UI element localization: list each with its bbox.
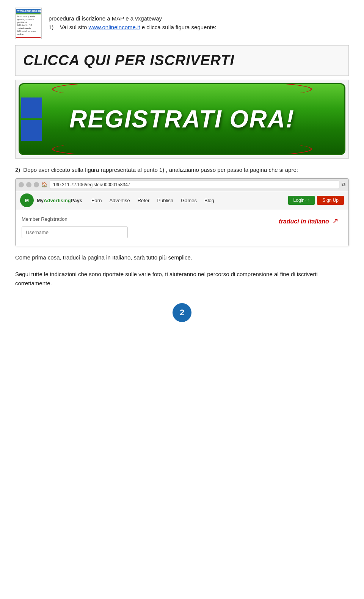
page-number-area: 2 [15, 303, 349, 322]
browser-address-bar: 🏠 130.211.72.106/register/00000158347 ⧉ [16, 179, 348, 191]
page-number: 2 [180, 308, 184, 318]
banner-clicca[interactable]: CLICCA QUI PER ISCRIVERTI [15, 45, 349, 76]
home-icon[interactable]: 🏠 [41, 182, 47, 187]
browser-screenshot: 🏠 130.211.72.106/register/00000158347 ⧉ … [15, 178, 349, 246]
page-container: www.onlineincome.it iscrizione gratuita … [0, 0, 364, 345]
reg-form-title: Member Registration [22, 216, 128, 222]
registrati-text: REGISTRATI ORA! [69, 105, 295, 133]
red-arc-top [52, 83, 312, 99]
step1-after: e clicca sulla figura seguente: [142, 24, 217, 30]
logo-lines: iscrizione gratuita guadagna con la pubb… [16, 14, 41, 37]
nav-blog[interactable]: Blog [204, 198, 214, 203]
browser-refresh-btn[interactable] [34, 182, 39, 187]
banner-registrati[interactable]: REGISTRATI ORA! [19, 83, 345, 155]
nav-advertise[interactable]: Advertise [109, 198, 130, 203]
body-text-2: Segui tutte le indicazioni che sono ripo… [15, 270, 349, 288]
reg-form-left: Member Registration [22, 216, 128, 238]
map-logo-text: MyAdvertisingPays [37, 198, 82, 203]
map-logo-icon: M [20, 193, 34, 207]
step2-label: 2) [15, 167, 20, 173]
nav-refer[interactable]: Refer [138, 198, 150, 203]
banner-outer: REGISTRATI ORA! [15, 80, 349, 159]
header-intro: procedura di iscrizione a MAP e a vxgate… [49, 15, 162, 22]
page-number-circle: 2 [173, 303, 191, 322]
nav-publish[interactable]: Publish [157, 198, 173, 203]
map-nav-buttons: Login ⇨ Sign Up [288, 196, 344, 205]
blue-sq-1 [21, 97, 42, 118]
login-button[interactable]: Login ⇨ [288, 196, 315, 205]
address-text: 130.211.72.106/register/00000158347 [53, 182, 130, 187]
step1-label: 1) [49, 24, 53, 30]
logo-red-bar [16, 37, 41, 38]
reg-form-area: Member Registration traduci in italiano … [16, 210, 348, 246]
browser-forward-btn[interactable] [26, 182, 31, 187]
blue-sq-2 [21, 120, 42, 141]
map-logo-svg: M [21, 194, 33, 206]
nav-games[interactable]: Games [181, 198, 197, 203]
header-area: www.onlineincome.it iscrizione gratuita … [15, 8, 349, 39]
translate-annotation: traduci in italiano ↗ [279, 216, 342, 225]
signup-button[interactable]: Sign Up [317, 196, 344, 205]
map-navbar: M MyAdvertisingPays Earn Advertise Refer… [16, 191, 348, 210]
svg-text:M: M [25, 198, 29, 203]
step2-header: 2) Dopo aver cliccato sulla figura rappr… [15, 165, 349, 175]
step1-text: Vai sul sito [60, 24, 89, 30]
nav-earn[interactable]: Earn [91, 198, 102, 203]
logo-image: www.onlineincome.it iscrizione gratuita … [15, 8, 42, 39]
site-link[interactable]: www.onlineincome.it [89, 24, 140, 30]
step2-text: Dopo aver cliccato sulla figura rapprese… [23, 165, 298, 175]
logo-pays: Pays [71, 198, 82, 203]
logo-box: www.onlineincome.it iscrizione gratuita … [15, 8, 42, 39]
logo-advertising: Advertising [44, 198, 71, 203]
map-logo-area: M MyAdvertisingPays [20, 193, 82, 207]
address-field[interactable]: 130.211.72.106/register/00000158347 [50, 181, 339, 189]
body-text-1: Come prima cosa, traduci la pagina in It… [15, 253, 349, 262]
browser-back-btn[interactable] [19, 182, 24, 187]
red-arc-bottom [52, 140, 312, 155]
logo-url: www.onlineincome.it [16, 9, 41, 13]
map-nav-links: Earn Advertise Refer Publish Games Blog [91, 198, 288, 203]
header-text: procedura di iscrizione a MAP e a vxgate… [49, 8, 216, 31]
logo-my: My [37, 198, 44, 203]
blue-squares [20, 97, 42, 141]
copy-icon[interactable]: ⧉ [342, 181, 345, 188]
translate-arrow-icon: ↗ [332, 217, 339, 225]
translate-text: traduci in italiano [279, 218, 329, 225]
clicca-text: CLICCA QUI PER ISCRIVERTI [23, 52, 234, 69]
username-input[interactable] [22, 226, 128, 238]
